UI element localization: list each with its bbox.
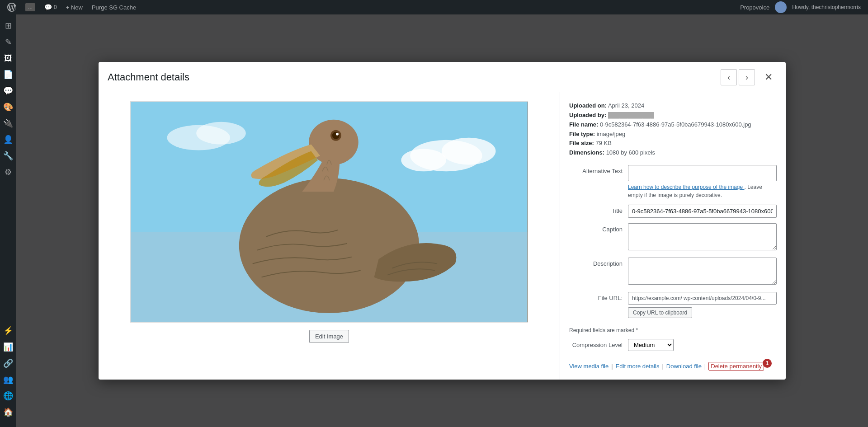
svg-point-3 (442, 138, 496, 165)
modal-navigation: ‹ › ✕ (721, 69, 777, 85)
sidebar-icon-extra4[interactable]: 🌐 (0, 388, 16, 404)
admin-bar-right: Propovoice Howdy, thechristophermorris (736, 0, 864, 14)
caption-row: Caption (569, 223, 777, 252)
sidebar-icon-extra1[interactable]: 📊 (0, 339, 16, 355)
file-info: Uploaded on: April 23, 2024 Uploaded by:… (569, 101, 777, 158)
sidebar-icon-extra5[interactable]: 🏠 (0, 404, 16, 420)
modal-overlay: Attachment details ‹ › ✕ (16, 14, 868, 427)
badge-1: 1 (763, 359, 772, 368)
propovoice-item[interactable]: Propovoice (736, 0, 773, 14)
alt-text-help: Learn how to describe the purpose of the… (628, 183, 777, 199)
sidebar-icon-pages[interactable]: 📄 (0, 67, 16, 82)
file-size-value: 79 KB (596, 140, 612, 146)
download-file-text: Download file (666, 363, 702, 370)
svg-point-8 (309, 120, 359, 165)
user-label: Howdy, thechristophermorris (792, 4, 861, 10)
edit-image-button[interactable]: Edit Image (309, 330, 349, 343)
purge-cache-label: Purge SG Cache (92, 4, 136, 11)
caption-input[interactable] (628, 223, 777, 250)
details-panel: Uploaded on: April 23, 2024 Uploaded by:… (560, 92, 786, 380)
prev-attachment-button[interactable]: ‹ (721, 69, 737, 85)
sidebar-icon-extra2[interactable]: 🔗 (0, 356, 16, 371)
compression-select[interactable]: Low Medium High (628, 339, 674, 351)
alt-text-field: Learn how to describe the purpose of the… (628, 165, 777, 199)
sidebar-icon-propovoice[interactable]: ⚡ (0, 323, 16, 338)
separator-2: | (662, 363, 663, 370)
avatar (775, 1, 787, 13)
admin-bar-left: ... 💬 0 + New Purge SG Cache (4, 0, 733, 14)
sidebar-icon-users[interactable]: 👤 (0, 132, 16, 147)
sidebar-icon-appearance[interactable]: 🎨 (0, 99, 16, 115)
close-modal-button[interactable]: ✕ (760, 69, 777, 85)
sidebar-icon-posts[interactable]: ✎ (0, 34, 16, 50)
file-type-row: File type: image/jpeg (569, 130, 777, 139)
file-name-row: File name: 0-9c582364-7f63-4886-97a5-5f0… (569, 120, 777, 130)
comments-count: 0 (54, 4, 57, 10)
next-attachment-button[interactable]: › (739, 69, 755, 85)
chevron-left-icon: ‹ (727, 73, 730, 82)
description-input[interactable] (628, 258, 777, 285)
uploaded-by-link[interactable]: ████████████ (608, 112, 654, 118)
separator-3: | (704, 363, 706, 370)
alt-text-help-link[interactable]: Learn how to describe the purpose of the… (628, 184, 745, 190)
file-size-label: File size: (569, 140, 594, 146)
file-url-input[interactable] (628, 292, 777, 305)
file-name-label: File name: (569, 121, 598, 128)
title-input[interactable] (628, 205, 777, 218)
image-area: Edit Image (99, 92, 560, 380)
comments-item[interactable]: 💬 0 (41, 0, 61, 14)
sidebar-icon-plugins[interactable]: 🔌 (0, 116, 16, 131)
file-type-label: File type: (569, 131, 595, 137)
file-url-field: Copy URL to clipboard (628, 292, 777, 318)
alt-text-label: Alternative Text (569, 165, 628, 174)
sidebar: ⊞ ✎ 🖼 📄 💬 🎨 🔌 👤 🔧 ⚙ ⚡ 📊 🔗 👥 🌐 🏠 (0, 14, 16, 427)
file-url-row: File URL: Copy URL to clipboard (569, 292, 777, 318)
sidebar-icon-dashboard[interactable]: ⊞ (0, 18, 16, 33)
svg-point-7 (239, 178, 419, 313)
title-label: Title (569, 205, 628, 214)
uploaded-by-value: ████████████ (608, 112, 654, 118)
edit-more-details-link[interactable]: Edit more details (616, 363, 660, 370)
compression-label: Compression Level (569, 342, 628, 348)
uploaded-on-value: April 23, 2024 (608, 102, 644, 109)
description-label: Description (569, 258, 628, 267)
description-row: Description (569, 258, 777, 286)
modal-title: Attachment details (108, 71, 189, 84)
alt-text-row: Alternative Text Learn how to describe t… (569, 165, 777, 199)
caption-field (628, 223, 777, 252)
copy-url-button[interactable]: Copy URL to clipboard (628, 307, 692, 318)
file-url-label: File URL: (569, 292, 628, 301)
comments-icon: 💬 (44, 4, 52, 11)
site-name-text: ... (25, 3, 35, 11)
uploaded-on-row: Uploaded on: April 23, 2024 (569, 101, 777, 111)
uploaded-by-row: Uploaded by: ████████████ (569, 111, 777, 120)
footer-links: View media file | Edit more details | Do… (569, 362, 777, 371)
sidebar-icon-extra3[interactable]: 👥 (0, 372, 16, 387)
delete-permanently-link[interactable]: Delete permanently 1 (708, 362, 764, 371)
sidebar-icon-media[interactable]: 🖼 (0, 51, 16, 66)
view-media-file-text: View media file (569, 363, 609, 370)
site-name-item[interactable]: ... (22, 0, 39, 14)
file-name-value: 0-9c582364-7f63-4886-97a5-5f0ba6679943-1… (600, 121, 751, 128)
chevron-right-icon: › (745, 73, 748, 82)
modal-body: Edit Image Uploaded on: April 23, 2024 U… (99, 92, 786, 380)
alt-text-input[interactable] (628, 165, 777, 181)
wp-logo[interactable] (4, 0, 20, 14)
sidebar-icon-tools[interactable]: 🔧 (0, 148, 16, 164)
new-item[interactable]: + New (62, 0, 86, 14)
user-greeting[interactable]: Howdy, thechristophermorris (788, 0, 864, 14)
dimensions-row: Dimensions: 1080 by 600 pixels (569, 148, 777, 158)
alt-text-help-link-text: Learn how to describe the purpose of the… (628, 184, 743, 190)
title-row: Title (569, 205, 777, 218)
attachment-image (130, 101, 528, 323)
svg-point-4 (401, 149, 446, 172)
attachment-modal: Attachment details ‹ › ✕ (99, 62, 786, 380)
sidebar-icon-settings[interactable]: ⚙ (0, 164, 16, 180)
download-file-link[interactable]: Download file (666, 363, 702, 370)
svg-point-6 (196, 122, 246, 145)
purge-cache-item[interactable]: Purge SG Cache (88, 0, 140, 14)
sidebar-icon-comments[interactable]: 💬 (0, 83, 16, 99)
view-media-file-link[interactable]: View media file (569, 363, 609, 370)
uploaded-on-label: Uploaded on: (569, 102, 607, 109)
propovoice-label: Propovoice (740, 4, 769, 11)
